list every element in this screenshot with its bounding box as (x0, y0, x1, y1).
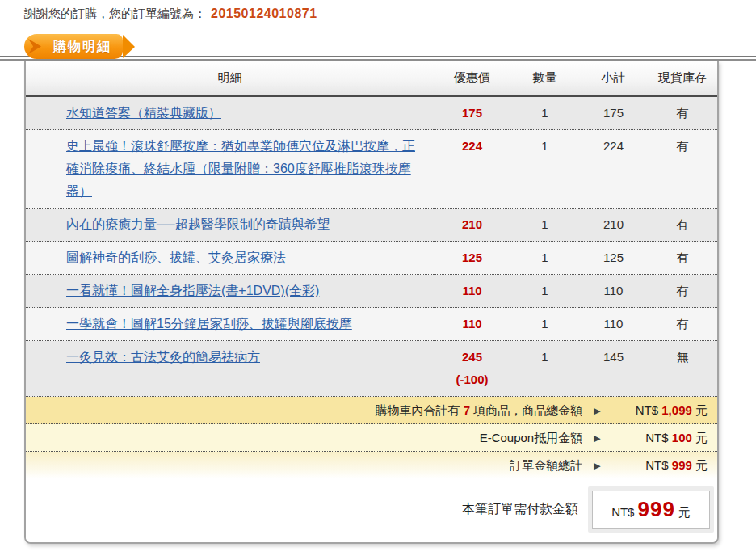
unit-label: 元 (695, 431, 708, 444)
subtotal-cell: 210 (579, 208, 648, 242)
price-value: 245 (462, 350, 482, 364)
stock-cell: 有 (648, 130, 717, 208)
summary-order-total: 訂單金額總計 ▶ NT$ 999 元 (26, 452, 717, 478)
product-link[interactable]: 一看就懂！圖解全身指壓法(書+1DVD)(全彩) (66, 284, 319, 297)
thank-you-text: 謝謝您的訂購，您的訂單編號為： (24, 6, 206, 20)
price-cell: 224 (434, 130, 510, 208)
items-total-label-suffix: 項商品，商品總金額 (473, 403, 582, 417)
price-cell: 175 (434, 96, 510, 130)
summary-coupon: E-Coupon抵用金額 ▶ NT$ 100 元 (26, 424, 717, 452)
price-cell: 110 (434, 275, 510, 308)
header-subtotal: 小計 (579, 61, 648, 96)
qty-cell: 1 (510, 308, 579, 341)
subtotal-cell: 110 (579, 308, 648, 341)
tab-shopping-detail[interactable]: 購物明細 (24, 34, 123, 59)
subtotal-cell: 175 (579, 96, 648, 130)
currency-label: NT$ (645, 458, 668, 472)
stock-cell: 有 (648, 275, 717, 308)
table-row: 內在的療癒力量──超越醫學限制的奇蹟與希望 210 1 210 有 (26, 208, 717, 242)
items-total-amount-group: NT$ 1,099 元 (612, 402, 708, 419)
stock-cell: 無 (648, 341, 717, 397)
table-row: 一學就會！圖解15分鐘居家刮痧、拔罐與腳底按摩 110 1 110 有 (26, 308, 717, 341)
price-cell: 110 (434, 308, 510, 341)
items-total-label: 購物車內合計有 (376, 403, 460, 417)
payment-amount-box: NT$999元 (588, 486, 714, 533)
qty-cell: 1 (510, 242, 579, 275)
price-cell: 245 (-100) (434, 341, 510, 397)
order-total-amount: 999 (672, 458, 692, 472)
product-link[interactable]: 史上最強！滾珠舒壓按摩：猶如專業師傅穴位及淋巴按摩，正確消除痠痛、終結水腫（限量… (66, 139, 415, 198)
items-count: 7 (464, 403, 470, 417)
product-link[interactable]: 水知道答案（精裝典藏版） (66, 106, 221, 120)
stock-cell: 有 (648, 208, 717, 242)
order-total-amount-group: NT$ 999 元 (612, 457, 708, 474)
cart-table: 明細 優惠價 數量 小計 現貨庫存 水知道答案（精裝典藏版） 175 1 175… (26, 61, 717, 397)
header-detail: 明細 (26, 61, 434, 96)
qty-cell: 1 (510, 96, 579, 130)
header-stock: 現貨庫存 (648, 61, 717, 96)
subtotal-cell: 145 (579, 341, 648, 397)
table-row: 水知道答案（精裝典藏版） 175 1 175 有 (26, 96, 717, 130)
table-row: 圖解神奇的刮痧、拔罐、艾灸居家療法 125 1 125 有 (26, 242, 717, 275)
subtotal-cell: 110 (579, 275, 648, 308)
header-quantity: 數量 (510, 61, 579, 96)
currency-label: NT$ (611, 505, 634, 519)
coupon-amount: 100 (672, 431, 692, 444)
coupon-amount-group: NT$ 100 元 (612, 430, 708, 446)
order-total-label: 訂單金額總計 (510, 458, 582, 472)
unit-label: 元 (695, 403, 708, 417)
order-confirmation-message: 謝謝您的訂購，您的訂單編號為：20150124010871 (0, 0, 756, 22)
subtotal-cell: 224 (579, 130, 648, 208)
arrow-right-icon: ▶ (594, 461, 600, 470)
qty-cell: 1 (510, 275, 579, 308)
order-detail-panel: 明細 優惠價 數量 小計 現貨庫存 水知道答案（精裝典藏版） 175 1 175… (24, 61, 719, 544)
summary-items-total: 購物車內合計有 7 項商品，商品總金額 ▶ NT$ 1,099 元 (26, 397, 717, 424)
arrow-right-icon: ▶ (594, 406, 600, 415)
qty-cell: 1 (510, 208, 579, 242)
payment-row: 本筆訂單需付款金額 NT$999元 (26, 478, 717, 542)
price-cell: 210 (434, 208, 510, 242)
stock-cell: 有 (648, 242, 717, 275)
currency-label: NT$ (645, 431, 668, 444)
arrow-right-icon: ▶ (594, 433, 600, 443)
order-number: 20150124010871 (211, 6, 317, 20)
product-link[interactable]: 一學就會！圖解15分鐘居家刮痧、拔罐與腳底按摩 (66, 317, 352, 331)
currency-label: NT$ (636, 403, 658, 417)
qty-cell: 1 (510, 341, 579, 397)
table-row: 一看就懂！圖解全身指壓法(書+1DVD)(全彩) 110 1 110 有 (26, 275, 717, 308)
chevron-right-icon (28, 39, 41, 54)
items-total-amount: 1,099 (662, 403, 692, 417)
table-header-row: 明細 優惠價 數量 小計 現貨庫存 (26, 61, 717, 96)
payment-amount-inner: NT$999元 (592, 491, 710, 529)
table-row: 一灸見效：古法艾灸的簡易祛病方 245 (-100) 1 145 無 (26, 341, 717, 397)
discount-value: (-100) (434, 369, 510, 391)
product-link[interactable]: 內在的療癒力量──超越醫學限制的奇蹟與希望 (66, 217, 330, 231)
price-cell: 125 (434, 242, 510, 275)
tab-bar: 購物明細 (0, 35, 756, 61)
stock-cell: 有 (648, 96, 717, 130)
payment-amount: 999 (637, 497, 674, 521)
table-row: 史上最強！滾珠舒壓按摩：猶如專業師傅穴位及淋巴按摩，正確消除痠痛、終結水腫（限量… (26, 130, 717, 208)
coupon-label: E-Coupon抵用金額 (480, 431, 583, 444)
tab-shopping-detail-label: 購物明細 (53, 40, 111, 53)
subtotal-cell: 125 (579, 242, 648, 275)
payment-label: 本筆訂單需付款金額 (462, 501, 578, 518)
header-discount-price: 優惠價 (434, 61, 510, 96)
product-link[interactable]: 一灸見效：古法艾灸的簡易祛病方 (66, 350, 260, 364)
qty-cell: 1 (510, 130, 579, 208)
stock-cell: 有 (648, 308, 717, 341)
unit-label: 元 (695, 458, 708, 472)
product-link[interactable]: 圖解神奇的刮痧、拔罐、艾灸居家療法 (66, 251, 286, 264)
unit-label: 元 (678, 505, 691, 519)
